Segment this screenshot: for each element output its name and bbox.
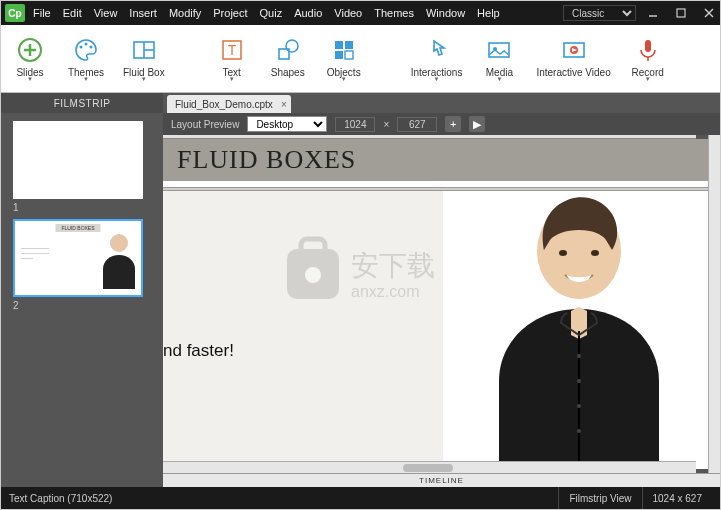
app-icon: Cp [5, 4, 25, 22]
menu-audio[interactable]: Audio [294, 7, 322, 19]
menu-edit[interactable]: Edit [63, 7, 82, 19]
record-button[interactable]: Record▼ [629, 35, 667, 82]
thumb-number: 1 [13, 202, 151, 213]
slide-title[interactable]: FLUID BOXES [177, 145, 356, 175]
slide-thumbnail-1[interactable] [13, 121, 143, 199]
slides-button[interactable]: Slides▼ [11, 35, 49, 82]
save-button[interactable]: Save [715, 37, 721, 80]
svg-rect-21 [489, 43, 509, 57]
palette-icon [71, 35, 101, 65]
media-icon [484, 35, 514, 65]
status-view-mode[interactable]: Filmstrip View [558, 487, 641, 509]
slide-title-band: FLUID BOXES [163, 139, 708, 181]
video-icon [559, 35, 589, 65]
menu-project[interactable]: Project [213, 7, 247, 19]
thumb-mini-person-icon [99, 229, 139, 289]
plus-icon [15, 35, 45, 65]
close-icon[interactable]: × [281, 99, 287, 110]
filmstrip-body: 1 FLUID BOXES ————————————————— 2 [1, 113, 163, 487]
media-button[interactable]: Media▼ [480, 35, 518, 82]
title-bar: Cp File Edit View Insert Modify Project … [1, 1, 720, 25]
person-image [469, 191, 689, 467]
svg-rect-25 [645, 40, 651, 52]
svg-rect-17 [335, 41, 343, 49]
document-tab[interactable]: Fluid_Box_Demo.cptx × [167, 95, 291, 113]
svg-point-28 [110, 234, 128, 252]
svg-point-31 [591, 250, 599, 256]
document-tab-bar: Fluid_Box_Demo.cptx × [163, 93, 720, 113]
add-breakpoint-button[interactable]: + [445, 116, 461, 132]
slide-canvas[interactable]: FLUID BOXES nd faster! [163, 139, 708, 469]
thumb-number: 2 [13, 300, 151, 311]
menu-view[interactable]: View [94, 7, 118, 19]
menu-modify[interactable]: Modify [169, 7, 201, 19]
fluid-box-icon [129, 35, 159, 65]
objects-icon [329, 35, 359, 65]
svg-rect-20 [345, 51, 353, 59]
editor-area: Fluid_Box_Demo.cptx × Layout Preview Des… [163, 93, 720, 487]
text-button[interactable]: T Text▼ [213, 35, 251, 82]
timeline-panel-header[interactable]: TIMELINE [163, 473, 720, 487]
slide-image-area[interactable] [450, 191, 708, 469]
maximize-button[interactable] [670, 4, 692, 22]
minimize-button[interactable] [642, 4, 664, 22]
svg-point-16 [286, 40, 298, 52]
svg-point-8 [85, 43, 88, 46]
menu-video[interactable]: Video [334, 7, 362, 19]
microphone-icon [633, 35, 663, 65]
svg-rect-1 [677, 9, 685, 17]
interactive-video-button[interactable]: Interactive Video [536, 35, 610, 82]
menu-quiz[interactable]: Quiz [260, 7, 283, 19]
svg-text:T: T [227, 42, 236, 58]
menu-themes[interactable]: Themes [374, 7, 414, 19]
svg-point-33 [577, 354, 581, 358]
svg-rect-19 [335, 51, 343, 59]
tab-label: Fluid_Box_Demo.cptx [175, 99, 273, 110]
status-bar: Text Caption (710x522) Filmstrip View 10… [1, 487, 720, 509]
interactions-icon [422, 35, 452, 65]
slide-text-fragment: nd faster! [163, 341, 234, 360]
width-input[interactable] [335, 117, 375, 132]
status-dimensions: 1024 x 627 [642, 487, 713, 509]
slide-thumbnail-2[interactable]: FLUID BOXES ————————————————— [13, 219, 143, 297]
interactions-button[interactable]: Interactions▼ [411, 35, 463, 82]
shapes-button[interactable]: Shapes [269, 35, 307, 82]
ribbon-toolbar: Slides▼ Themes▼ Fluid Box▼ T Text▼ Shape… [1, 25, 720, 93]
svg-point-35 [577, 404, 581, 408]
svg-point-36 [577, 429, 581, 433]
dim-separator: × [383, 119, 389, 130]
svg-point-7 [80, 46, 83, 49]
filmstrip-panel: FILMSTRIP 1 FLUID BOXES ————————————————… [1, 93, 163, 487]
workspace-layout-select[interactable]: Classic [563, 5, 636, 21]
slide-text-caption[interactable]: nd faster! [163, 191, 443, 469]
svg-point-9 [90, 46, 93, 49]
menu-window[interactable]: Window [426, 7, 465, 19]
menu-file[interactable]: File [33, 7, 51, 19]
vertical-scrollbar[interactable] [708, 135, 720, 473]
thumb-mini-title: FLUID BOXES [55, 224, 100, 232]
menu-insert[interactable]: Insert [129, 7, 157, 19]
main-menu: File Edit View Insert Modify Project Qui… [33, 7, 500, 19]
thumb-mini-text: ————————————————— [21, 245, 49, 260]
svg-rect-18 [345, 41, 353, 49]
layout-preview-label: Layout Preview [171, 119, 239, 130]
objects-button[interactable]: Objects▼ [325, 35, 363, 82]
horizontal-scrollbar[interactable] [163, 461, 696, 473]
device-select[interactable]: Desktop [247, 116, 327, 132]
play-button[interactable]: ▶ [469, 116, 485, 132]
svg-point-30 [559, 250, 567, 256]
svg-point-34 [577, 379, 581, 383]
filmstrip-header: FILMSTRIP [1, 93, 163, 113]
canvas-scroll[interactable]: FLUID BOXES nd faster! [163, 135, 708, 473]
fluid-box-button[interactable]: Fluid Box▼ [123, 35, 165, 82]
themes-button[interactable]: Themes▼ [67, 35, 105, 82]
canvas-area: FLUID BOXES nd faster! [163, 135, 720, 473]
layout-preview-bar: Layout Preview Desktop × + ▶ [163, 113, 720, 135]
workspace: FILMSTRIP 1 FLUID BOXES ————————————————… [1, 93, 720, 487]
shapes-icon [273, 35, 303, 65]
menu-help[interactable]: Help [477, 7, 500, 19]
status-selection: Text Caption (710x522) [9, 493, 112, 504]
text-icon: T [217, 35, 247, 65]
height-input[interactable] [397, 117, 437, 132]
close-button[interactable] [698, 4, 720, 22]
